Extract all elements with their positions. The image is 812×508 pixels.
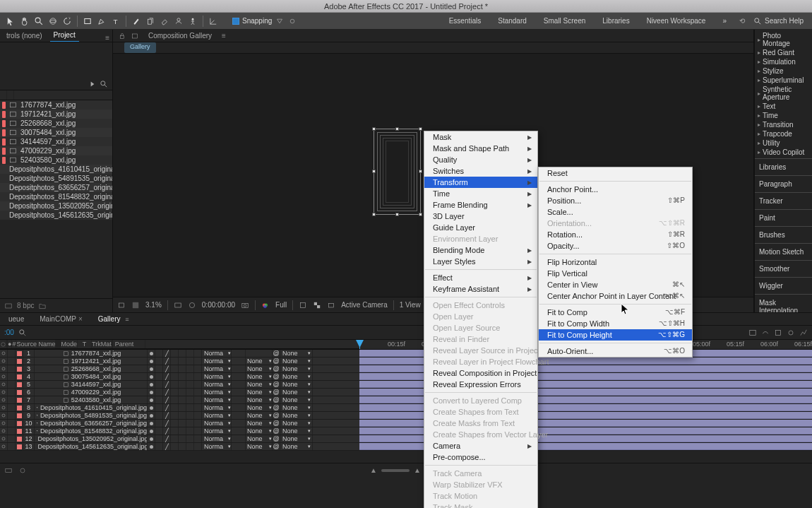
bit-depth[interactable]: 8 bpc [17, 302, 34, 309]
menu-blendmode[interactable]: Blending Mode [424, 244, 537, 256]
project-file-item[interactable]: Depositphotos_145612635_original.jpg [0, 211, 112, 220]
menu-autoorient[interactable]: Auto-Orient...⌥⌘O [539, 345, 692, 357]
3dview-icon[interactable] [327, 301, 335, 309]
timeline-layer-row[interactable]: 534144597_xxl.jpg╱Norma▾None▾@None▾ [0, 381, 812, 389]
zoom-value[interactable]: 3.1% [145, 301, 162, 309]
mode-col[interactable]: Mode [61, 340, 78, 348]
project-file-item[interactable]: 47009229_xxl.jpg [0, 146, 112, 155]
timeline-layer-row[interactable]: 11Depositphotos_81548832_original.jpg╱No… [0, 427, 812, 435]
workspace-standard[interactable]: Standard [495, 15, 530, 27]
menu-rotation[interactable]: Rotation...⇧⌘R [539, 229, 692, 240]
interpret-icon[interactable] [4, 302, 13, 310]
pen-tool-icon[interactable] [95, 15, 108, 28]
menu-fliph[interactable]: Flip Horizontal [539, 256, 692, 268]
motion-blur-icon[interactable] [787, 329, 795, 337]
brush-tool-icon[interactable] [130, 15, 143, 28]
timeline-layer-row[interactable]: 325268668_xxl.jpg╱Norma▾None▾@None▾ [0, 365, 812, 373]
parent-col[interactable]: Parent [113, 340, 145, 348]
fx-category[interactable]: ▸Utility [756, 138, 811, 148]
menu-fitwidth[interactable]: Fit to Comp Width⌥⇧⌘H [539, 318, 692, 329]
menu-kfassist[interactable]: Keyframe Assistant [424, 283, 537, 295]
frame-blend-icon[interactable] [774, 329, 782, 337]
menu-camera[interactable]: Camera [424, 440, 537, 451]
fx-category[interactable]: ▸Photo Montage [756, 31, 811, 48]
menu-anchor[interactable]: Anchor Point... [539, 184, 692, 195]
workspace-niveen[interactable]: Niveen Workspace [644, 15, 709, 27]
workspace-more-icon[interactable]: » [720, 15, 729, 27]
project-file-item[interactable]: Depositphotos_63656257_original.jpg [0, 183, 112, 192]
menu-precompose[interactable]: Pre-compose... [424, 451, 537, 463]
panel-section[interactable]: Motion Sketch [755, 243, 812, 260]
timeline-layer-row[interactable]: 752403580_xxl.jpg╱Norma▾None▾@None▾ [0, 396, 812, 404]
project-file-item[interactable]: Depositphotos_54891535_original.jpg [0, 174, 112, 183]
guides-icon[interactable] [131, 301, 140, 309]
zoom-slider[interactable] [381, 469, 410, 472]
timeline-layer-row[interactable]: 13Depositphotos_145612635_original.jpg╱N… [0, 443, 812, 451]
zoom-in-icon[interactable]: ▲ [414, 466, 421, 474]
panel-section[interactable]: Tracker [755, 192, 812, 209]
project-tab[interactable]: Project [50, 30, 79, 42]
menu-layerstyles[interactable]: Layer Styles [424, 256, 537, 267]
camera-value[interactable]: Active Camera [341, 301, 388, 309]
project-file-item[interactable]: 30075484_xxl.jpg [0, 128, 112, 137]
text-tool-icon[interactable]: T [109, 15, 122, 28]
search-help[interactable]: Search Help [749, 15, 808, 28]
fx-category[interactable]: ▸Time [756, 111, 811, 120]
view-count[interactable]: 1 View [400, 301, 421, 309]
reset-workspace-icon[interactable]: ⟲ [736, 17, 748, 25]
graph-icon[interactable] [799, 329, 808, 337]
menu-transform[interactable]: Transform [424, 177, 537, 188]
workspace-small[interactable]: Small Screen [541, 15, 588, 27]
shy-icon[interactable] [761, 329, 770, 337]
panel-section[interactable]: Wiggler [755, 277, 812, 294]
menu-guidelayer[interactable]: Guide Layer [424, 222, 537, 233]
fx-category[interactable]: ▸Superluminal [756, 76, 811, 85]
timeline-layer-row[interactable]: 430075484_xxl.jpg╱Norma▾None▾@None▾ [0, 373, 812, 381]
project-file-item[interactable]: 25268668_xxl.jpg [0, 119, 112, 128]
timeline-layer-row[interactable]: 8Depositphotos_41610415_original.jpg╱Nor… [0, 404, 812, 412]
menu-frameblending[interactable]: Frame Blending [424, 199, 537, 211]
menu-revealcomp[interactable]: Reveal Composition in Project [424, 367, 537, 379]
panel-section[interactable]: Paragraph [755, 175, 812, 192]
rotate-tool-icon[interactable] [61, 15, 73, 28]
workspace-libraries[interactable]: Libraries [599, 15, 632, 27]
zoom-tool-icon[interactable] [32, 15, 45, 28]
mag-icon[interactable] [117, 301, 126, 309]
toggle-modes-icon[interactable] [18, 466, 27, 475]
viewer-menu-icon[interactable]: ≡ [222, 32, 226, 40]
menu-reset[interactable]: Reset [539, 167, 692, 179]
timeline-layer-row[interactable]: 10Depositphotos_63656257_original.jpg╱No… [0, 420, 812, 427]
channel-icon[interactable] [261, 301, 270, 309]
panel-section[interactable]: Brushes [755, 226, 812, 243]
fx-category[interactable]: ▸Trapcode [756, 129, 811, 138]
project-file-item[interactable]: 34144597_xxl.jpg [0, 137, 112, 146]
snapping-toggle[interactable]: Snapping [232, 16, 297, 26]
panel-section[interactable]: Smoother [755, 260, 812, 277]
project-file-item[interactable]: Depositphotos_41610415_original.jpg [0, 165, 112, 174]
render-queue-tab[interactable]: ueue [4, 314, 28, 325]
puppet-tool-icon[interactable] [186, 15, 199, 28]
resolution-icon[interactable] [174, 301, 182, 309]
current-time[interactable]: 0:00:00:00 [202, 301, 235, 309]
resolution-value[interactable]: Full [275, 301, 287, 309]
hand-tool-icon[interactable] [18, 15, 31, 28]
local-axis-icon[interactable] [207, 15, 220, 28]
timeline-layer-row[interactable]: 219712421_xxl.jpg╱Norma▾None▾@None▾ [0, 358, 812, 365]
timeline-layer-row[interactable]: 9Depositphotos_54891535_original.jpg╱Nor… [0, 412, 812, 420]
snapshot-icon[interactable] [241, 301, 249, 309]
menu-centerview[interactable]: Center in View⌘↖ [539, 279, 692, 290]
menu-time[interactable]: Time [424, 188, 537, 199]
menu-position[interactable]: Position...⇧⌘P [539, 195, 692, 206]
rect-tool-icon[interactable] [81, 15, 94, 28]
menu-mask-shape[interactable]: Mask and Shape Path [424, 143, 537, 154]
toggle-switches-icon[interactable] [4, 466, 13, 475]
project-file-list[interactable]: 17677874_xxl.jpg19712421_xxl.jpg25268668… [0, 100, 112, 298]
menu-revealexpr[interactable]: Reveal Expression Errors [424, 379, 537, 390]
timeline-layer-row[interactable]: 12Depositphotos_135020952_original.jpg╱N… [0, 435, 812, 443]
menu-switches[interactable]: Switches [424, 165, 537, 177]
selection-tool-icon[interactable] [4, 15, 17, 28]
mask-icon[interactable] [188, 301, 196, 309]
panel-menu-icon[interactable]: ≡ [105, 34, 109, 42]
orbit-tool-icon[interactable] [47, 15, 59, 28]
search-icon[interactable] [18, 329, 27, 337]
